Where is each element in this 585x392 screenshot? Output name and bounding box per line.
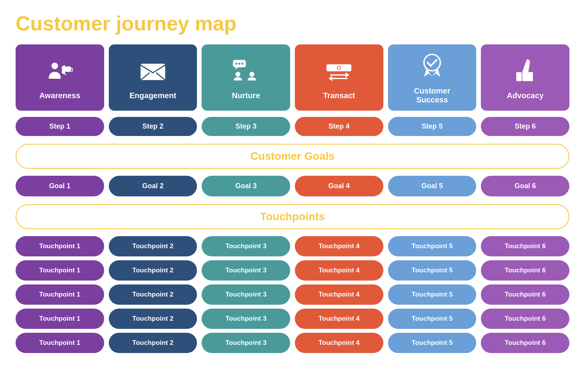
engagement-icon — [139, 57, 167, 88]
touchpoint-btn[interactable]: Touchpoint 5 — [388, 284, 477, 305]
transact-icon — [325, 57, 353, 88]
touchpoint-btn[interactable]: Touchpoint 4 — [295, 309, 383, 329]
svg-point-8 — [235, 72, 240, 77]
touchpoint-btn[interactable]: Touchpoint 6 — [481, 284, 569, 305]
touchpoint-btn[interactable]: Touchpoint 4 — [295, 333, 383, 353]
steps-row: Step 1Step 2Step 3Step 4Step 5Step 6 — [16, 117, 569, 136]
svg-rect-1 — [65, 66, 71, 72]
touchpoints-section: Touchpoints — [16, 204, 569, 229]
touchpoint-btn[interactable]: Touchpoint 5 — [388, 333, 477, 353]
svg-point-9 — [249, 72, 254, 77]
touchpoint-btn[interactable]: Touchpoint 6 — [481, 260, 569, 281]
goal-btn-goal-3[interactable]: Goal 3 — [202, 176, 290, 196]
touchpoint-btn[interactable]: Touchpoint 6 — [481, 236, 569, 256]
goal-btn-goal-4[interactable]: Goal 4 — [295, 176, 383, 196]
stage-title-advocacy: Advocacy — [507, 91, 544, 100]
touchpoint-btn[interactable]: Touchpoint 1 — [16, 260, 104, 281]
touchpoints-row-5: Touchpoint 1Touchpoint 2Touchpoint 3Touc… — [16, 333, 569, 353]
touchpoint-btn[interactable]: Touchpoint 4 — [295, 260, 383, 281]
touchpoint-btn[interactable]: Touchpoint 2 — [109, 309, 197, 329]
stage-card-customer-success: Customer Success — [388, 44, 477, 111]
touchpoints-row-3: Touchpoint 1Touchpoint 2Touchpoint 3Touc… — [16, 284, 569, 305]
step-btn-advocacy[interactable]: Step 6 — [481, 117, 569, 136]
stage-title-transact: Transact — [323, 91, 355, 100]
touchpoints-row-4: Touchpoint 1Touchpoint 2Touchpoint 3Touc… — [16, 309, 569, 329]
goal-btn-goal-5[interactable]: Goal 5 — [388, 176, 477, 196]
touchpoint-btn[interactable]: Touchpoint 3 — [202, 284, 290, 305]
goal-btn-goal-2[interactable]: Goal 2 — [109, 176, 197, 196]
stage-card-nurture: Nurture — [202, 44, 290, 111]
touchpoint-btn[interactable]: Touchpoint 4 — [295, 284, 383, 305]
goal-btn-goal-6[interactable]: Goal 6 — [481, 176, 569, 196]
touchpoint-btn[interactable]: Touchpoint 5 — [388, 236, 477, 256]
stage-title-nurture: Nurture — [232, 91, 260, 100]
customer-goals-label: Customer Goals — [250, 150, 335, 162]
touchpoint-btn[interactable]: Touchpoint 3 — [202, 236, 290, 256]
goals-row: Goal 1Goal 2Goal 3Goal 4Goal 5Goal 6 — [16, 176, 569, 196]
touchpoints-section-rows: Touchpoint 1Touchpoint 2Touchpoint 3Touc… — [16, 236, 569, 353]
svg-point-5 — [235, 62, 237, 64]
touchpoint-btn[interactable]: Touchpoint 2 — [109, 333, 197, 353]
svg-point-13 — [424, 55, 440, 71]
nurture-icon — [232, 57, 260, 88]
touchpoints-row-1: Touchpoint 1Touchpoint 2Touchpoint 3Touc… — [16, 236, 569, 256]
stage-card-engagement: Engagement — [109, 44, 197, 111]
touchpoint-btn[interactable]: Touchpoint 5 — [388, 260, 477, 281]
touchpoint-btn[interactable]: Touchpoint 1 — [16, 284, 104, 305]
stages-row: Awareness Engagement Nurture — [16, 44, 569, 111]
step-btn-customer-success[interactable]: Step 5 — [388, 117, 477, 136]
touchpoints-label: Touchpoints — [260, 210, 325, 222]
customer-success-icon — [418, 52, 446, 83]
stage-card-advocacy: Advocacy — [481, 44, 569, 111]
touchpoint-btn[interactable]: Touchpoint 5 — [388, 309, 477, 329]
touchpoint-btn[interactable]: Touchpoint 6 — [481, 309, 569, 329]
touchpoint-btn[interactable]: Touchpoint 3 — [202, 333, 290, 353]
touchpoint-btn[interactable]: Touchpoint 1 — [16, 333, 104, 353]
svg-point-7 — [241, 62, 243, 64]
touchpoints-row-2: Touchpoint 1Touchpoint 2Touchpoint 3Touc… — [16, 260, 569, 281]
touchpoint-btn[interactable]: Touchpoint 2 — [109, 260, 197, 281]
stage-title-customer-success: Customer Success — [414, 87, 450, 104]
step-btn-awareness[interactable]: Step 1 — [16, 117, 104, 136]
svg-point-0 — [51, 62, 58, 69]
svg-point-6 — [238, 62, 240, 64]
stage-card-transact: Transact — [295, 44, 383, 111]
customer-goals-section: Customer Goals — [16, 144, 569, 169]
goal-btn-goal-1[interactable]: Goal 1 — [16, 176, 104, 196]
touchpoint-btn[interactable]: Touchpoint 1 — [16, 309, 104, 329]
touchpoint-btn[interactable]: Touchpoint 1 — [16, 236, 104, 256]
stage-title-engagement: Engagement — [129, 91, 176, 100]
touchpoint-btn[interactable]: Touchpoint 2 — [109, 236, 197, 256]
stage-card-awareness: Awareness — [16, 44, 104, 111]
advocacy-icon — [512, 57, 539, 88]
svg-point-12 — [338, 66, 340, 69]
step-btn-nurture[interactable]: Step 3 — [202, 117, 290, 136]
touchpoint-btn[interactable]: Touchpoint 2 — [109, 284, 197, 305]
page-title: Customer journey map — [16, 12, 569, 35]
touchpoint-btn[interactable]: Touchpoint 4 — [295, 236, 383, 256]
touchpoint-btn[interactable]: Touchpoint 3 — [202, 309, 290, 329]
awareness-icon — [46, 57, 73, 88]
step-btn-transact[interactable]: Step 4 — [295, 117, 383, 136]
touchpoint-btn[interactable]: Touchpoint 6 — [481, 333, 569, 353]
stage-title-awareness: Awareness — [39, 91, 80, 100]
step-btn-engagement[interactable]: Step 2 — [109, 117, 197, 136]
touchpoint-btn[interactable]: Touchpoint 3 — [202, 260, 290, 281]
svg-rect-14 — [516, 72, 521, 81]
